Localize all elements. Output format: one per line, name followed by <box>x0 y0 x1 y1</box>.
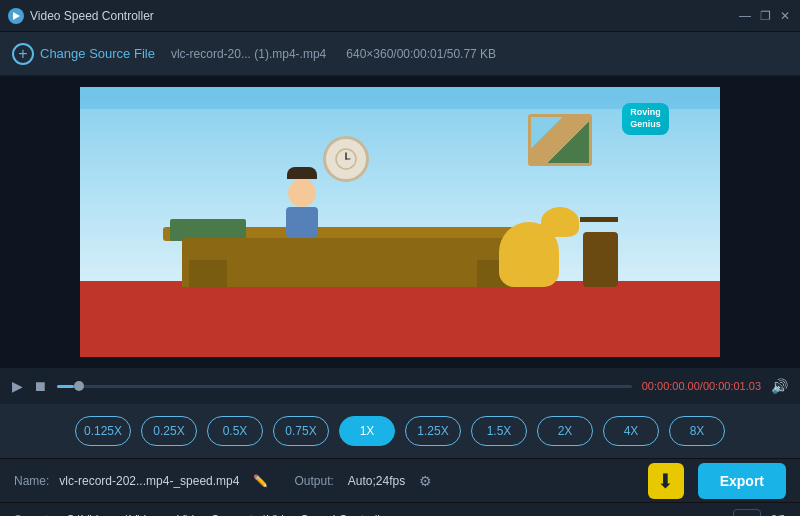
video-preview: Roving Genius <box>80 87 720 357</box>
title-bar-left: Video Speed Controller <box>8 8 154 24</box>
speed-button-8x[interactable]: 8X <box>669 416 725 446</box>
export-filename: vlc-record-202...mp4-_speed.mp4 <box>59 474 239 488</box>
app-icon <box>8 8 24 24</box>
speed-button-125x[interactable]: 1.25X <box>405 416 461 446</box>
time-display: 00:00:00.00/00:00:01.03 <box>642 380 761 392</box>
output-value: Auto;24fps <box>348 474 405 488</box>
saveto-path: C:\Vidmore\Vidmore Video Converter\Video… <box>66 513 725 517</box>
speed-button-075x[interactable]: 0.75X <box>273 416 329 446</box>
title-bar: Video Speed Controller — ❐ ✕ <box>0 0 800 32</box>
export-button[interactable]: Export <box>698 463 786 499</box>
edit-filename-icon[interactable]: ✏️ <box>253 474 268 488</box>
speed-button-2x[interactable]: 2X <box>537 416 593 446</box>
file-name: vlc-record-20... (1).mp4-.mp4 <box>171 47 326 61</box>
minimize-button[interactable]: — <box>738 9 752 23</box>
boy-body <box>286 207 318 237</box>
saveto-label: Save to: <box>14 513 58 517</box>
speed-button-4x[interactable]: 4X <box>603 416 659 446</box>
saveto-folder-button[interactable]: 📁 <box>769 512 786 517</box>
toolbar: + Change Source File vlc-record-20... (1… <box>0 32 800 76</box>
rg-logo: Roving Genius <box>622 103 669 134</box>
output-settings-button[interactable]: ⚙ <box>419 473 432 489</box>
export-bar: Name: vlc-record-202...mp4-_speed.mp4 ✏️… <box>0 458 800 502</box>
boy-head <box>288 179 316 207</box>
title-controls: — ❐ ✕ <box>738 9 792 23</box>
volume-icon[interactable]: 🔊 <box>771 378 788 394</box>
progress-fill <box>57 385 74 388</box>
boy-character <box>272 169 332 249</box>
app-title: Video Speed Controller <box>30 9 154 23</box>
dino-character <box>499 187 579 287</box>
playback-bar: ▶ ⏹ 00:00:00.00/00:00:01.03 🔊 <box>0 368 800 404</box>
speed-button-1x[interactable]: 1X <box>339 416 395 446</box>
chair <box>583 232 618 287</box>
svg-marker-0 <box>13 12 20 20</box>
restore-button[interactable]: ❐ <box>758 9 772 23</box>
export-arrow-icon: ⬇ <box>648 463 684 499</box>
floor <box>80 281 720 357</box>
progress-dot[interactable] <box>74 381 84 391</box>
speed-button-05x[interactable]: 0.5X <box>207 416 263 446</box>
plus-circle-icon: + <box>12 43 34 65</box>
speed-button-15x[interactable]: 1.5X <box>471 416 527 446</box>
output-label: Output: <box>294 474 333 488</box>
speed-panel: 0.125X0.25X0.5X0.75X1X1.25X1.5X2X4X8X <box>0 404 800 458</box>
change-source-label: Change Source File <box>40 46 155 61</box>
export-arrow-wrapper: ⬇ <box>648 463 684 499</box>
dino-head <box>541 207 579 237</box>
chair-back <box>580 217 618 222</box>
saveto-bar: Save to: C:\Vidmore\Vidmore Video Conver… <box>0 502 800 516</box>
video-area: Roving Genius <box>0 76 800 368</box>
scene: Roving Genius <box>80 87 720 357</box>
speed-button-025x[interactable]: 0.25X <box>141 416 197 446</box>
picture-frame <box>528 114 592 166</box>
name-label: Name: <box>14 474 49 488</box>
saveto-browse-button[interactable]: ··· <box>733 509 761 517</box>
play-button[interactable]: ▶ <box>12 378 23 394</box>
progress-track[interactable] <box>57 385 632 388</box>
speed-button-0125x[interactable]: 0.125X <box>75 416 131 446</box>
file-meta: 640×360/00:00:01/50.77 KB <box>346 47 496 61</box>
picture-inner <box>531 117 589 163</box>
desk-leg-left <box>189 260 227 287</box>
stop-button[interactable]: ⏹ <box>33 378 47 394</box>
boy-hair <box>287 167 317 179</box>
close-button[interactable]: ✕ <box>778 9 792 23</box>
change-source-button[interactable]: + Change Source File <box>12 43 155 65</box>
desk <box>182 238 515 287</box>
